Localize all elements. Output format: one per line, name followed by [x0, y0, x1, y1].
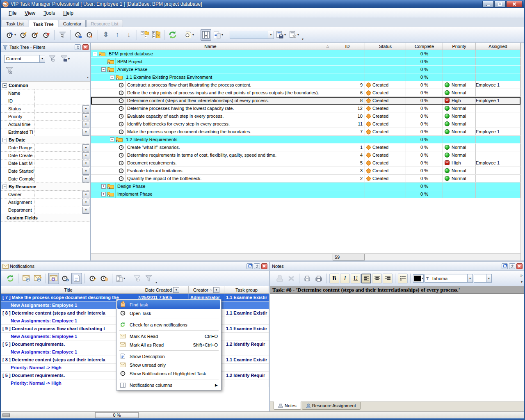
tree-expander[interactable]: − [101, 67, 106, 72]
tab-resource-list[interactable]: Resource List [86, 20, 123, 27]
chevron-down-icon[interactable]: ▾ [213, 287, 219, 293]
tree-task-row[interactable]: Determine requirements in terms of cost,… [91, 151, 520, 159]
column-header-assigned[interactable]: Assigned [476, 43, 520, 50]
menu-item-mark-all-as-read[interactable]: Mark All as ReadShift+Ctrl+O [117, 340, 220, 349]
align-left-button[interactable] [361, 274, 371, 283]
menu-item-notifications-columns[interactable]: Notifications columns▶ [117, 381, 220, 389]
mark-all-read-button[interactable] [32, 273, 43, 284]
column-header-complete[interactable]: Complete [406, 43, 443, 50]
menu-tools[interactable]: Tools [40, 9, 59, 17]
save-filter-button[interactable]: ▾ [59, 54, 71, 64]
chevron-down-icon[interactable]: ▾ [82, 113, 89, 120]
edit-task-button[interactable] [87, 273, 98, 284]
duplicate-task-button[interactable] [30, 29, 40, 41]
filter-field-value[interactable] [34, 144, 82, 151]
tree-task-row[interactable]: Determine content (steps and their inter… [91, 97, 520, 105]
filter-field-value[interactable] [34, 105, 82, 112]
tree-group-row[interactable]: −BPM project database0 % [91, 50, 520, 58]
menu-item-open-task[interactable]: Open Task [117, 309, 220, 317]
collapse-icon[interactable]: − [2, 138, 7, 142]
menu-view[interactable]: View [21, 9, 39, 17]
chevron-down-icon[interactable]: ▾ [82, 160, 89, 167]
show-unread-toggle[interactable] [48, 273, 59, 284]
filter-notifications-button[interactable] [143, 273, 154, 284]
tree-task-row[interactable]: Construct a process flow chart illustrat… [91, 81, 520, 89]
chevron-down-icon[interactable]: ▾ [82, 144, 89, 151]
filter-field-value[interactable] [34, 206, 82, 214]
show-description-toggle[interactable] [71, 273, 82, 284]
tree-task-row[interactable]: Quantify the impact of the bottleneck.2C… [91, 175, 520, 183]
chevron-down-icon[interactable]: ▾ [82, 121, 89, 128]
apply-filter-button[interactable] [47, 54, 57, 64]
tree-task-row[interactable]: Define the entry points of process input… [91, 89, 520, 97]
check-notifications-button[interactable] [5, 273, 16, 284]
collapse-icon[interactable]: − [2, 185, 7, 189]
save-note-button[interactable] [274, 273, 285, 284]
print-preview-button[interactable] [302, 273, 313, 284]
tab-resource-assignment[interactable]: Resource Assignment [302, 402, 361, 410]
chevron-down-icon[interactable]: ▾ [82, 191, 89, 198]
filter-field-value[interactable] [34, 121, 82, 128]
column-header-creator[interactable]: Creator△▾ [189, 286, 224, 293]
menu-item-show-description[interactable]: Show Description [117, 352, 220, 361]
save-view-button[interactable]: ▾ [275, 29, 287, 41]
column-header-date-created[interactable]: Date Created▾ [136, 286, 189, 293]
tree-group-row[interactable]: BPM Project0 % [91, 58, 520, 66]
restore-panel-button[interactable] [247, 263, 253, 269]
filters-overflow-icon[interactable]: ▾ [87, 75, 89, 79]
tree-task-row[interactable]: Evaluate tolerant limitations.3Created0 … [91, 167, 520, 175]
tree-group-row[interactable]: −1.1 Examine Existing Process Environmen… [91, 73, 520, 81]
collapse-icon[interactable]: − [2, 83, 7, 88]
customize-filter-button[interactable] [132, 273, 142, 284]
print-button[interactable]: ▾ [184, 29, 195, 41]
refresh-button[interactable] [167, 29, 178, 41]
close-panel-button[interactable] [516, 263, 523, 269]
menu-file[interactable]: File [5, 9, 20, 17]
report-combo[interactable]: ▾ [230, 31, 274, 39]
filter-group-common[interactable]: −Common [1, 82, 90, 89]
filter-field-value[interactable] [34, 191, 82, 198]
align-center-button[interactable] [372, 274, 382, 283]
toolbar-overflow-icon[interactable]: ▾ [302, 37, 304, 41]
chevron-down-icon[interactable]: ▾ [82, 152, 89, 159]
print-button[interactable] [313, 273, 324, 284]
tree-task-row[interactable]: Identify bottlenecks for every step in e… [91, 120, 520, 128]
tree-group-row[interactable]: −Analyze Phase0 % [91, 66, 520, 73]
tree-task-row[interactable]: Determine processes having the lowest ca… [91, 105, 520, 112]
pin-button[interactable] [509, 263, 515, 269]
toolbar-more-icon[interactable]: » [520, 273, 523, 278]
font-size-combo[interactable]: ▾ [474, 274, 492, 283]
restore-button[interactable] [494, 1, 506, 7]
tab-task-tree[interactable]: Task Tree [29, 20, 58, 27]
align-right-button[interactable] [383, 274, 393, 283]
filter-field-value[interactable] [34, 175, 82, 183]
delete-task-button[interactable] [41, 29, 52, 41]
filter-field-value[interactable] [34, 113, 82, 120]
find-task-button[interactable] [99, 273, 110, 284]
tree-expander[interactable]: − [93, 52, 97, 56]
filter-preset-combo[interactable]: Current▾ [4, 55, 45, 63]
filter-field-value[interactable] [34, 152, 82, 159]
note-editor[interactable] [270, 294, 524, 402]
delete-view-button[interactable]: ▾ [288, 29, 300, 41]
filter-group-by-resource[interactable]: −By Resource [1, 183, 90, 191]
tree-task-row[interactable]: Create "what if" scenarios.1Created0 %No… [91, 144, 520, 151]
pin-button[interactable] [75, 44, 81, 50]
tree-task-row[interactable]: Evaluate capacity of each step in every … [91, 112, 520, 120]
chevron-down-icon[interactable]: ▾ [82, 105, 89, 112]
fit-columns-toggle[interactable] [201, 29, 211, 41]
menu-item-mark-as-read[interactable]: Mark As ReadCtrl+O [117, 332, 220, 340]
font-family-combo[interactable]: TTahoma▾ [425, 274, 473, 283]
close-panel-button[interactable] [261, 263, 267, 269]
tab-calendar[interactable]: Calendar [59, 20, 86, 27]
toolbar-overflow-icon[interactable]: ▾ [155, 281, 157, 284]
delete-note-button[interactable] [286, 273, 297, 284]
tree-group-row[interactable]: −1.2 Identify Requirements0 % [91, 136, 520, 144]
collapse-all-button[interactable] [139, 29, 150, 41]
tree-group-row[interactable]: +Implement Phase0 % [91, 190, 520, 198]
chevron-down-icon[interactable]: ▾ [173, 287, 179, 293]
chevron-down-icon[interactable]: ▾ [82, 176, 89, 183]
chevron-down-icon[interactable]: ▾ [82, 129, 89, 136]
tree-expander[interactable]: − [110, 75, 114, 80]
filter-field-value[interactable] [34, 167, 82, 175]
